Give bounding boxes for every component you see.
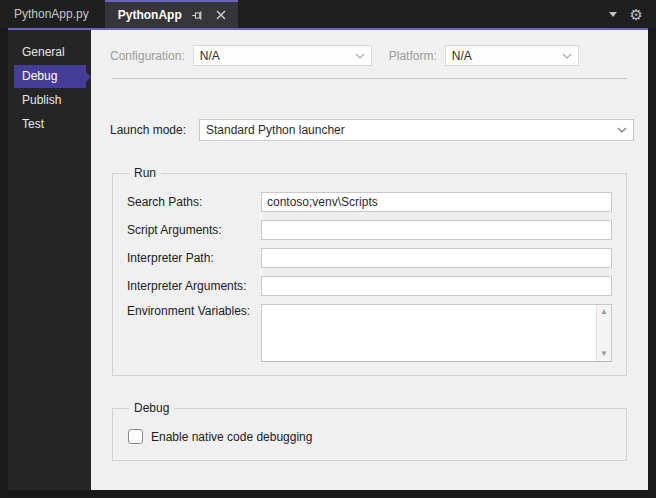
properties-sidebar: General Debug Publish Test [8,30,91,490]
search-paths-input[interactable] [261,192,612,212]
script-arguments-input[interactable] [261,220,612,240]
environment-variables-label: Environment Variables: [127,304,261,318]
launch-mode-value: Standard Python launcher [206,123,345,137]
chevron-down-icon [617,127,627,133]
scroll-up-icon[interactable]: ▲ [600,308,608,316]
chevron-down-icon[interactable] [609,12,617,17]
launch-mode-combobox[interactable]: Standard Python launcher [199,119,634,141]
interpreter-arguments-row: Interpreter Arguments: [127,276,612,296]
search-paths-row: Search Paths: [127,192,612,212]
chevron-down-icon [355,53,365,59]
debug-settings-panel: Configuration: N/A Platform: N/A Launch … [91,30,648,490]
close-icon[interactable] [214,8,228,22]
script-arguments-row: Script Arguments: [127,220,612,240]
native-debug-label: Enable native code debugging [151,430,312,444]
interpreter-path-input[interactable] [261,248,612,268]
native-debug-row: Enable native code debugging [128,429,612,444]
platform-combobox[interactable]: N/A [445,45,579,66]
document-tab-bar: PythonApp.py PythonApp ⚙ [0,0,656,28]
sidebar-item-publish[interactable]: Publish [14,89,86,112]
tab-label: PythonApp [118,8,182,22]
horizontal-separator [112,78,627,79]
debug-group: Debug Enable native code debugging [112,401,627,461]
script-arguments-label: Script Arguments: [127,223,261,237]
scrollbar[interactable]: ▲ ▼ [596,305,611,361]
pin-icon[interactable] [191,8,205,22]
sidebar-item-debug[interactable]: Debug [14,65,86,88]
interpreter-arguments-input[interactable] [261,276,612,296]
sidebar-item-test[interactable]: Test [14,113,86,136]
search-paths-label: Search Paths: [127,195,261,209]
gear-icon[interactable]: ⚙ [630,7,643,22]
interpreter-arguments-label: Interpreter Arguments: [127,279,261,293]
configuration-value: N/A [200,49,220,63]
debug-group-legend: Debug [129,401,174,415]
configuration-combobox[interactable]: N/A [193,45,372,66]
run-group-legend: Run [129,166,161,180]
tab-bar-actions: ⚙ [609,0,656,28]
chevron-down-icon [562,53,572,59]
scroll-down-icon[interactable]: ▼ [600,350,608,358]
tab-pythonapp-py[interactable]: PythonApp.py [8,0,105,28]
environment-variables-box: ▲ ▼ [261,304,612,362]
vs-window: PythonApp.py PythonApp ⚙ General [0,0,656,498]
interpreter-path-row: Interpreter Path: [127,248,612,268]
tab-pythonapp-active[interactable]: PythonApp [105,0,238,28]
configuration-row: Configuration: N/A Platform: N/A [110,45,634,66]
platform-label: Platform: [389,49,437,63]
interpreter-path-label: Interpreter Path: [127,251,261,265]
run-group: Run Search Paths: Script Arguments: Inte… [112,166,627,376]
environment-variables-input[interactable] [262,305,596,361]
launch-mode-row: Launch mode: Standard Python launcher [110,119,634,141]
native-debug-checkbox[interactable] [128,429,143,444]
environment-variables-row: Environment Variables: ▲ ▼ [127,304,612,362]
configuration-label: Configuration: [110,49,185,63]
platform-value: N/A [452,49,472,63]
launch-mode-label: Launch mode: [110,123,199,137]
sidebar-item-general[interactable]: General [14,41,86,64]
